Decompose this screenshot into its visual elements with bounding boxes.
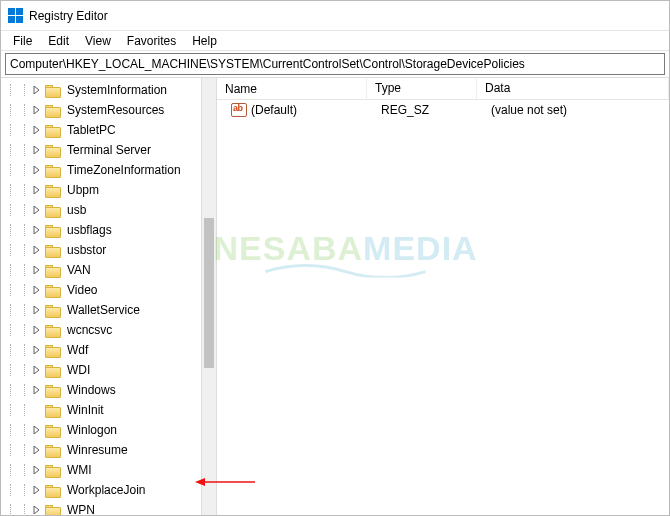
values-row[interactable]: (Default)REG_SZ(value not set) bbox=[217, 100, 669, 120]
folder-icon bbox=[45, 123, 61, 137]
reg-string-icon bbox=[231, 103, 247, 117]
tree-item-label[interactable]: WalletService bbox=[65, 302, 142, 318]
tree-item[interactable]: WDI bbox=[3, 360, 216, 380]
tree-item-label[interactable]: Video bbox=[65, 282, 99, 298]
folder-icon bbox=[45, 263, 61, 277]
expand-icon[interactable] bbox=[31, 206, 43, 214]
expand-icon[interactable] bbox=[31, 486, 43, 494]
tree-item-label[interactable]: usbflags bbox=[65, 222, 114, 238]
menu-favorites[interactable]: Favorites bbox=[119, 32, 184, 50]
vertical-scrollbar[interactable] bbox=[201, 78, 216, 515]
tree-item[interactable]: Wdf bbox=[3, 340, 216, 360]
tree-item-label[interactable]: TimeZoneInformation bbox=[65, 162, 183, 178]
expand-icon[interactable] bbox=[31, 306, 43, 314]
folder-icon bbox=[45, 243, 61, 257]
folder-icon bbox=[45, 183, 61, 197]
menu-file[interactable]: File bbox=[5, 32, 40, 50]
tree-item[interactable]: Video bbox=[3, 280, 216, 300]
expand-icon[interactable] bbox=[31, 226, 43, 234]
expand-icon[interactable] bbox=[31, 246, 43, 254]
folder-icon bbox=[45, 143, 61, 157]
expand-icon[interactable] bbox=[31, 266, 43, 274]
tree-item-label[interactable]: TabletPC bbox=[65, 122, 118, 138]
value-type: REG_SZ bbox=[373, 103, 483, 117]
value-name: (Default) bbox=[251, 103, 297, 117]
tree-item[interactable]: Windows bbox=[3, 380, 216, 400]
tree-item-label[interactable]: WPN bbox=[65, 502, 97, 515]
tree-item-label[interactable]: Winlogon bbox=[65, 422, 119, 438]
tree-item-label[interactable]: Terminal Server bbox=[65, 142, 153, 158]
value-name-cell[interactable]: (Default) bbox=[223, 103, 373, 117]
tree-item[interactable]: usb bbox=[3, 200, 216, 220]
expand-icon[interactable] bbox=[31, 126, 43, 134]
expand-icon[interactable] bbox=[31, 386, 43, 394]
tree-item[interactable]: Winresume bbox=[3, 440, 216, 460]
column-data[interactable]: Data bbox=[477, 78, 669, 99]
tree-item-label[interactable]: WDI bbox=[65, 362, 92, 378]
expand-icon[interactable] bbox=[31, 326, 43, 334]
expand-icon[interactable] bbox=[31, 146, 43, 154]
tree-item[interactable]: TimeZoneInformation bbox=[3, 160, 216, 180]
folder-icon bbox=[45, 163, 61, 177]
tree-item[interactable]: SystemResources bbox=[3, 100, 216, 120]
tree-item[interactable]: WMI bbox=[3, 460, 216, 480]
registry-tree[interactable]: SystemInformationSystemResourcesTabletPC… bbox=[1, 80, 216, 515]
expand-icon[interactable] bbox=[31, 506, 43, 514]
tree-item-label[interactable]: SystemResources bbox=[65, 102, 166, 118]
scrollbar-thumb[interactable] bbox=[204, 218, 214, 368]
values-list[interactable]: (Default)REG_SZ(value not set) bbox=[217, 100, 669, 120]
expand-icon[interactable] bbox=[31, 86, 43, 94]
menu-edit[interactable]: Edit bbox=[40, 32, 77, 50]
tree-item-label[interactable]: WorkplaceJoin bbox=[65, 482, 147, 498]
tree-item-label[interactable]: VAN bbox=[65, 262, 93, 278]
tree-item[interactable]: Ubpm bbox=[3, 180, 216, 200]
folder-icon bbox=[45, 403, 61, 417]
tree-item-label[interactable]: usb bbox=[65, 202, 88, 218]
expand-icon[interactable] bbox=[31, 186, 43, 194]
folder-icon bbox=[45, 103, 61, 117]
tree-item[interactable]: VAN bbox=[3, 260, 216, 280]
tree-item[interactable]: WorkplaceJoin bbox=[3, 480, 216, 500]
expand-icon[interactable] bbox=[31, 346, 43, 354]
expand-icon[interactable] bbox=[31, 106, 43, 114]
column-name[interactable]: Name bbox=[217, 78, 367, 99]
menubar: File Edit View Favorites Help bbox=[1, 31, 669, 51]
tree-item[interactable]: WinInit bbox=[3, 400, 216, 420]
expand-icon[interactable] bbox=[31, 366, 43, 374]
tree-item-label[interactable]: usbstor bbox=[65, 242, 108, 258]
tree-item-label[interactable]: Windows bbox=[65, 382, 118, 398]
expand-icon[interactable] bbox=[31, 166, 43, 174]
tree-item[interactable]: usbstor bbox=[3, 240, 216, 260]
tree-item[interactable]: SystemInformation bbox=[3, 80, 216, 100]
tree-item-label[interactable]: wcncsvc bbox=[65, 322, 114, 338]
tree-item[interactable]: Terminal Server bbox=[3, 140, 216, 160]
tree-item[interactable]: wcncsvc bbox=[3, 320, 216, 340]
menu-view[interactable]: View bbox=[77, 32, 119, 50]
tree-item[interactable]: TabletPC bbox=[3, 120, 216, 140]
main-split: SystemInformationSystemResourcesTabletPC… bbox=[1, 77, 669, 515]
menu-help[interactable]: Help bbox=[184, 32, 225, 50]
tree-item-label[interactable]: WinInit bbox=[65, 402, 106, 418]
column-type[interactable]: Type bbox=[367, 78, 477, 99]
folder-icon bbox=[45, 343, 61, 357]
tree-item[interactable]: usbflags bbox=[3, 220, 216, 240]
tree-item-label[interactable]: Wdf bbox=[65, 342, 90, 358]
folder-icon bbox=[45, 383, 61, 397]
tree-item[interactable]: WPN bbox=[3, 500, 216, 515]
tree-item-label[interactable]: Winresume bbox=[65, 442, 130, 458]
tree-pane: SystemInformationSystemResourcesTabletPC… bbox=[1, 78, 217, 515]
value-data: (value not set) bbox=[483, 103, 669, 117]
expand-icon[interactable] bbox=[31, 286, 43, 294]
values-header[interactable]: Name Type Data bbox=[217, 78, 669, 100]
folder-icon bbox=[45, 223, 61, 237]
tree-item[interactable]: Winlogon bbox=[3, 420, 216, 440]
tree-item-label[interactable]: SystemInformation bbox=[65, 82, 169, 98]
tree-item-label[interactable]: Ubpm bbox=[65, 182, 101, 198]
tree-item-label[interactable]: WMI bbox=[65, 462, 94, 478]
expand-icon[interactable] bbox=[31, 446, 43, 454]
expand-icon[interactable] bbox=[31, 426, 43, 434]
address-bar[interactable]: Computer\HKEY_LOCAL_MACHINE\SYSTEM\Curre… bbox=[5, 53, 665, 75]
expand-icon[interactable] bbox=[31, 466, 43, 474]
tree-item[interactable]: WalletService bbox=[3, 300, 216, 320]
folder-icon bbox=[45, 503, 61, 515]
